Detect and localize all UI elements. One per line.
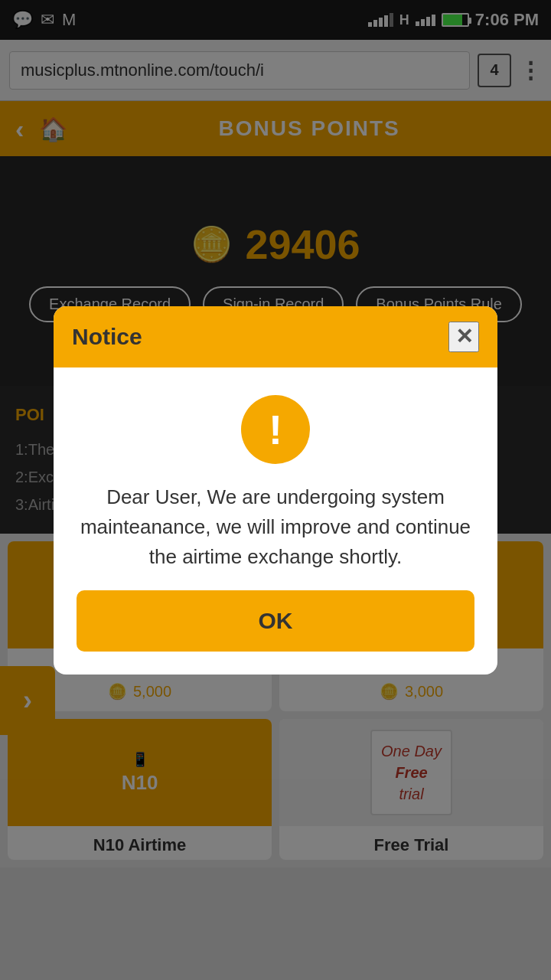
modal-message: Dear User, We are undergoing system main… xyxy=(77,482,474,572)
modal-ok-button[interactable]: OK xyxy=(77,590,474,652)
modal-header: Notice ✕ xyxy=(54,306,497,368)
notice-modal: Notice ✕ ! Dear User, We are undergoing … xyxy=(54,306,497,675)
warning-icon: ! xyxy=(241,395,310,464)
modal-close-button[interactable]: ✕ xyxy=(448,322,479,352)
modal-title: Notice xyxy=(72,324,142,350)
modal-body: ! Dear User, We are undergoing system ma… xyxy=(54,368,497,675)
modal-overlay[interactable]: Notice ✕ ! Dear User, We are undergoing … xyxy=(0,0,551,980)
